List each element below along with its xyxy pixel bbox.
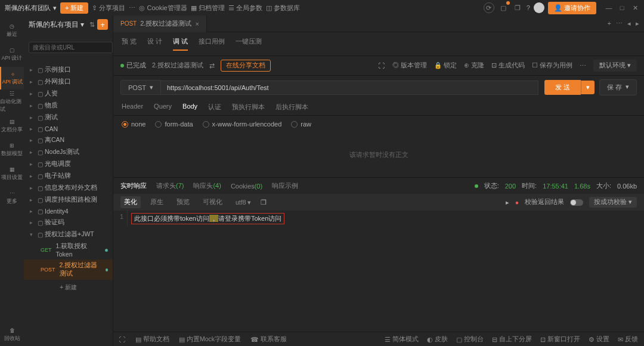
global-params-link[interactable]: ☰ 全局参数	[228, 4, 262, 13]
help-icon[interactable]: ?	[527, 4, 530, 11]
sb-console[interactable]: ▢ 控制台	[456, 335, 484, 344]
iconbar-recent[interactable]: ◷最近	[0, 19, 24, 42]
paramtab-prescript[interactable]: 预执行脚本	[232, 103, 265, 112]
folder-item[interactable]: ▸▢示例接口	[24, 64, 113, 76]
gencode-link[interactable]: ⊡ 生成代码	[491, 61, 525, 70]
archive-manager-link[interactable]: ▦ 归档管理	[191, 4, 225, 13]
data-lib-link[interactable]: ◫ 参数据库	[266, 4, 300, 13]
folder-item[interactable]: ▸▢光电调度	[24, 158, 113, 170]
copy-icon[interactable]: ❐	[512, 2, 523, 13]
folder-item[interactable]: ▸▢离CAN	[24, 134, 113, 146]
api-item-get-token[interactable]: GET1.获取授权Token	[24, 240, 113, 260]
project-dropdown[interactable]: 斯佩的私有项目 ▾	[29, 20, 87, 30]
folder-item[interactable]: ▸▢验证码	[24, 217, 113, 228]
iconbar-data-model[interactable]: ⊞数据模型	[0, 138, 24, 161]
subtab-design[interactable]: 设 计	[147, 37, 162, 51]
folder-item[interactable]: ▸▢测试	[24, 112, 113, 123]
swap-icon[interactable]: ⇄	[209, 62, 215, 69]
resp-tab-resphead[interactable]: 响应头(4)	[193, 181, 221, 190]
new-button[interactable]: + 新建	[60, 2, 88, 14]
paramtab-query[interactable]: Query	[154, 103, 172, 112]
resp-tab-example[interactable]: 响应示例	[272, 181, 298, 190]
version-link[interactable]: ◎ 版本管理	[392, 61, 427, 70]
validate-toggle[interactable]	[570, 199, 583, 206]
sb-skin[interactable]: ◐ 皮肤	[427, 335, 448, 344]
sync-icon[interactable]: ⟳	[484, 2, 494, 13]
tab-prev-button[interactable]: ◂	[627, 20, 631, 27]
folder-item[interactable]: ▸▢NodeJs测试	[24, 146, 113, 158]
paramtab-postscript[interactable]: 后执行脚本	[275, 103, 308, 112]
iconbar-api-debug[interactable]: ⟐API 调试	[0, 67, 24, 89]
body-raw-radio[interactable]: raw	[291, 121, 311, 128]
sb-settings[interactable]: ⚙ 设置	[589, 335, 609, 344]
iconbar-trash[interactable]: 🗑回收站	[0, 323, 24, 346]
more-menu[interactable]: ⋯	[129, 4, 135, 12]
add-new-link[interactable]: + 新建	[24, 280, 113, 295]
folder-item[interactable]: ▸▢调度持续图路检测	[24, 194, 113, 206]
sb-simple[interactable]: ☰ 简体模式	[385, 335, 419, 344]
send-dropdown[interactable]: ▾	[581, 81, 595, 94]
body-none-radio[interactable]: none	[122, 121, 145, 128]
body-formdata-radio[interactable]: form-data	[155, 121, 193, 128]
share-project-link[interactable]: ⇪分享项目	[92, 4, 125, 13]
paramtab-auth[interactable]: 认证	[208, 103, 221, 112]
status-badge[interactable]: 已完成	[120, 61, 146, 70]
cookie-manager-link[interactable]: ◎ Cookie管理器	[139, 4, 187, 13]
search-input[interactable]	[29, 42, 113, 53]
resp-tab-cookies[interactable]: Cookies(0)	[231, 183, 262, 190]
sb-newwin[interactable]: ⊡ 新窗口打开	[540, 335, 580, 344]
sb-help[interactable]: ▤ 帮助文档	[135, 335, 169, 344]
tab-api[interactable]: POST2.授权过滤器测试×	[113, 16, 207, 32]
more-link[interactable]: ⋯	[580, 62, 586, 69]
folder-item[interactable]: ▸▢物质	[24, 100, 113, 112]
save-button[interactable]: 保 存 ▾	[599, 79, 637, 95]
iconbar-settings[interactable]: ▦项目设置	[0, 162, 24, 185]
send-button[interactable]: 发 送	[544, 80, 581, 95]
tab-more-button[interactable]: ⋯	[616, 20, 623, 27]
folder-item[interactable]: ▸▢人资	[24, 88, 113, 100]
folder-item[interactable]: ▸▢电子站牌	[24, 170, 113, 182]
close-icon[interactable]: ×	[195, 20, 199, 27]
sb-mock[interactable]: ▤ 内置Mock字段变量	[179, 335, 241, 344]
new-tab-button[interactable]: +	[608, 20, 611, 27]
add-button[interactable]: +	[97, 19, 108, 30]
savecase-link[interactable]: ☐ 保存为用例	[532, 61, 572, 70]
sb-expand-icon[interactable]: ⛶	[119, 336, 126, 343]
subtab-preview[interactable]: 预 览	[122, 37, 137, 51]
sb-feedback[interactable]: ✉ 反馈	[618, 335, 638, 344]
subtab-debug[interactable]: 调 试	[173, 37, 188, 51]
notifications-icon[interactable]: ▢	[498, 2, 509, 13]
rt-pretty[interactable]: 美化	[120, 196, 141, 208]
share-doc-button[interactable]: 在线分享文档	[221, 60, 271, 72]
paramtab-body[interactable]: Body	[182, 103, 197, 112]
iconbar-api-design[interactable]: ▢API 设计	[0, 43, 24, 66]
method-select[interactable]: POST ▾	[120, 80, 161, 95]
code-area[interactable]: 此接口必须携带token访问，请登录携带Token访问	[128, 211, 644, 227]
avatar[interactable]	[534, 2, 544, 13]
invite-button[interactable]: 👤 邀请协作	[548, 2, 596, 14]
expand-icon[interactable]: ⇅	[89, 21, 95, 29]
close-button[interactable]: ✕	[631, 4, 639, 12]
folder-item[interactable]: ▸▢Identity4	[24, 206, 113, 217]
tab-next-button[interactable]: ▸	[636, 20, 639, 27]
subtab-stress[interactable]: 一键压测	[236, 37, 262, 51]
env-select[interactable]: 默认环境 ▾	[593, 60, 637, 72]
encoding-select[interactable]: utf8 ▾	[232, 197, 255, 208]
sb-support[interactable]: ☎ 联系客服	[250, 335, 287, 344]
collapse-icon[interactable]: ▸	[506, 199, 509, 206]
iconbar-more[interactable]: ⋯更多	[0, 186, 24, 209]
rt-raw[interactable]: 原生	[147, 196, 167, 208]
minimize-button[interactable]: —	[605, 4, 613, 12]
rt-preview[interactable]: 预览	[173, 196, 193, 208]
resp-tab-realtime[interactable]: 实时响应	[120, 181, 147, 190]
resp-tab-reqhead[interactable]: 请求头(7)	[156, 181, 184, 190]
body-urlencoded-radio[interactable]: x-www-form-urlencoded	[203, 121, 282, 128]
paramtab-header[interactable]: Header	[122, 103, 143, 112]
validate-select[interactable]: 按成功校验 ▾	[589, 197, 637, 208]
expand-icon[interactable]: ⛶	[379, 62, 385, 69]
iconbar-automation[interactable]: ☳自动化测试	[0, 91, 24, 113]
maximize-button[interactable]: □	[618, 4, 626, 12]
clone-link[interactable]: ⊕ 克隆	[464, 61, 484, 70]
folder-item[interactable]: ▸▢信息发布对外文档	[24, 182, 113, 194]
folder-item[interactable]: ▸▢外网接口	[24, 76, 113, 88]
